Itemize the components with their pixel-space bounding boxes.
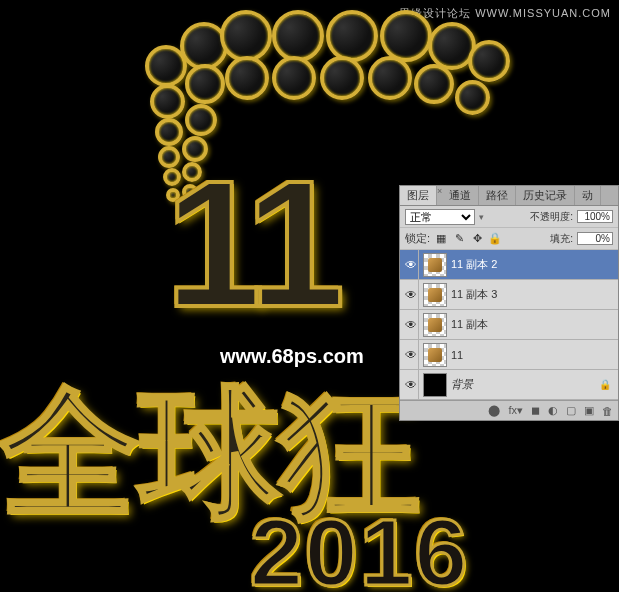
artwork-year: 2016: [250, 498, 469, 592]
tab-history[interactable]: 历史记录: [516, 186, 575, 205]
visibility-icon[interactable]: 👁: [405, 348, 417, 362]
layers-list: 👁 11 副本 2 👁 11 副本 3 👁 11 副本 👁 11 👁 背景 🔒: [400, 250, 618, 400]
tab-channels[interactable]: 通道: [442, 186, 479, 205]
lock-icon: 🔒: [599, 379, 611, 390]
delete-layer-icon[interactable]: 🗑: [602, 405, 613, 417]
new-layer-icon[interactable]: ▣: [584, 404, 594, 417]
layer-row[interactable]: 👁 11 副本 2: [400, 250, 618, 280]
tab-layers[interactable]: 图层: [400, 186, 437, 205]
watermark-center: www.68ps.com: [220, 345, 364, 368]
layer-effects-icon[interactable]: fx▾: [508, 404, 523, 417]
layer-name[interactable]: 11 副本 3: [451, 287, 615, 302]
lock-position-icon[interactable]: ✥: [470, 232, 484, 246]
layer-thumbnail[interactable]: [423, 253, 447, 277]
layer-thumbnail[interactable]: [423, 343, 447, 367]
tab-paths[interactable]: 路径: [479, 186, 516, 205]
layer-mask-icon[interactable]: ◼: [531, 404, 540, 417]
new-group-icon[interactable]: ▢: [566, 404, 576, 417]
chevron-down-icon: ▾: [479, 212, 484, 222]
blend-opacity-row: 正常 ▾ 不透明度: 100%: [400, 206, 618, 228]
link-layers-icon[interactable]: ⬤: [488, 404, 500, 417]
layer-thumbnail[interactable]: [423, 373, 447, 397]
layer-thumbnail[interactable]: [423, 283, 447, 307]
visibility-icon[interactable]: 👁: [405, 288, 417, 302]
layer-name[interactable]: 11 副本: [451, 317, 615, 332]
lock-fill-row: 锁定: ▦ ✎ ✥ 🔒 填充: 0%: [400, 228, 618, 250]
visibility-icon[interactable]: 👁: [405, 318, 417, 332]
layer-name[interactable]: 11: [451, 349, 615, 361]
opacity-label: 不透明度:: [530, 210, 573, 224]
layer-row-background[interactable]: 👁 背景 🔒: [400, 370, 618, 400]
blend-mode-select[interactable]: 正常: [405, 209, 475, 225]
visibility-icon[interactable]: 👁: [405, 258, 417, 272]
layers-panel: 图层 × 通道 路径 历史记录 动 正常 ▾ 不透明度: 100% 锁定: ▦ …: [399, 185, 619, 421]
visibility-icon[interactable]: 👁: [405, 378, 417, 392]
panel-tabs: 图层 × 通道 路径 历史记录 动: [400, 186, 618, 206]
lock-pixels-icon[interactable]: ✎: [452, 232, 466, 246]
fill-value[interactable]: 0%: [577, 232, 613, 245]
layer-row[interactable]: 👁 11 副本 3: [400, 280, 618, 310]
adjustment-layer-icon[interactable]: ◐: [548, 404, 558, 417]
layer-name[interactable]: 背景: [451, 377, 595, 392]
lock-label: 锁定:: [405, 231, 430, 246]
layer-thumbnail[interactable]: [423, 313, 447, 337]
tab-actions[interactable]: 动: [575, 186, 601, 205]
panel-footer: ⬤ fx▾ ◼ ◐ ▢ ▣ 🗑: [400, 400, 618, 420]
lock-transparency-icon[interactable]: ▦: [434, 232, 448, 246]
layer-row[interactable]: 👁 11 副本: [400, 310, 618, 340]
artwork-11: 11: [165, 140, 325, 347]
layer-name[interactable]: 11 副本 2: [451, 257, 615, 272]
layer-row[interactable]: 👁 11: [400, 340, 618, 370]
fill-label: 填充:: [550, 232, 573, 246]
opacity-value[interactable]: 100%: [577, 210, 613, 223]
lock-all-icon[interactable]: 🔒: [488, 232, 502, 246]
